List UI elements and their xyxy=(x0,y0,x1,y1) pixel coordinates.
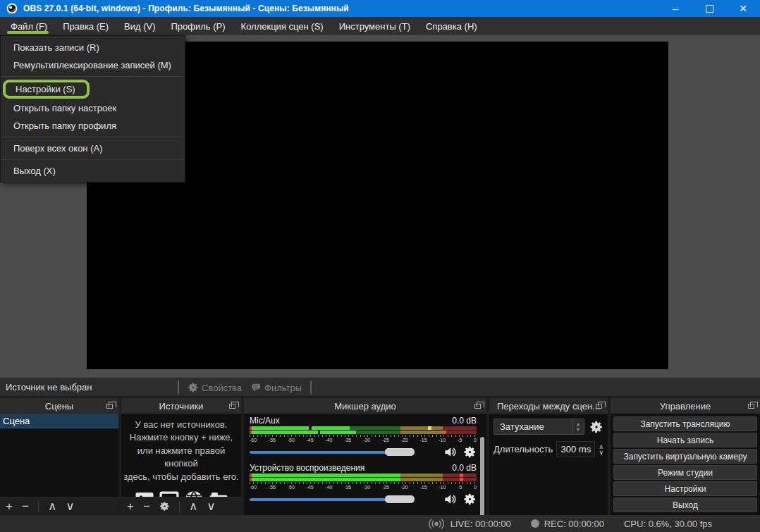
scenes-dock-title: Сцены xyxy=(45,401,73,412)
dock-float-icon[interactable] xyxy=(474,404,481,409)
speaker-icon[interactable] xyxy=(443,493,457,506)
scenes-dock: Сцены Сцена + − ∧ ∨ xyxy=(0,398,118,515)
volume-slider-handle[interactable] xyxy=(385,448,415,456)
add-scene-icon[interactable]: + xyxy=(6,500,13,512)
tick-label: -55 xyxy=(269,438,276,443)
tick-label: -15 xyxy=(419,485,427,490)
tick-label: -60 xyxy=(250,485,257,490)
menuitem-always-on-top[interactable]: Поверх всех окон (A) xyxy=(1,140,185,157)
menu-tools[interactable]: Инструменты (T) xyxy=(331,17,418,35)
menuitem-exit[interactable]: Выход (X) xyxy=(1,162,185,180)
transition-settings-gear-icon[interactable] xyxy=(589,420,603,434)
toolbar-separator xyxy=(310,381,312,395)
duration-label: Длительность xyxy=(494,444,553,454)
filters-label: Фильтры xyxy=(264,383,302,393)
mixer-scrollbar[interactable] xyxy=(480,437,484,515)
dock-float-icon[interactable] xyxy=(596,404,602,409)
dock-float-icon[interactable] xyxy=(106,404,113,409)
rec-time: REC: 00:00:00 xyxy=(544,519,604,529)
meter-ticks xyxy=(250,482,477,484)
menuitem-show-recordings[interactable]: Показать записи (R) xyxy=(1,39,185,56)
close-button[interactable]: ✕ xyxy=(726,0,760,17)
filters-button[interactable]: Фильтры xyxy=(250,382,302,393)
menu-help[interactable]: Справка (H) xyxy=(418,17,485,35)
channel-name: Mic/Aux xyxy=(250,416,280,426)
transitions-dock: Переходы между сцен... Затухание ∧∨ Длит… xyxy=(489,398,608,515)
control-button[interactable]: Настройки xyxy=(613,481,757,496)
controls-dock-header[interactable]: Управление xyxy=(611,398,760,414)
sources-dock-title: Источники xyxy=(159,401,204,412)
tick-label: -20 xyxy=(401,485,408,490)
settings-highlight-wrap: Настройки (S) xyxy=(1,79,185,99)
menuitem-open-settings-folder[interactable]: Открыть папку настроек xyxy=(1,99,185,117)
menu-file[interactable]: Файл (F) xyxy=(3,17,55,35)
menu-bar: Файл (F) Правка (E) Вид (V) Профиль (P) … xyxy=(0,17,760,35)
maximize-icon xyxy=(706,5,713,13)
menuitem-settings[interactable]: Настройки (S) xyxy=(3,80,90,99)
rec-status: REC: 00:00:00 xyxy=(531,519,604,529)
move-source-up-icon[interactable]: ∧ xyxy=(189,500,197,512)
source-properties-gear-icon[interactable] xyxy=(159,501,170,512)
minimize-button[interactable]: – xyxy=(658,0,692,17)
control-button[interactable]: Выход xyxy=(613,497,757,512)
menu-view[interactable]: Вид (V) xyxy=(116,17,163,35)
source-toolbar: Источник не выбран Свойства Фильтры xyxy=(0,378,760,396)
scenes-dock-header[interactable]: Сцены xyxy=(0,398,118,414)
transition-selected-value: Затухание xyxy=(500,421,544,432)
tick-label: -30 xyxy=(363,485,370,490)
sources-dock-header[interactable]: Источники xyxy=(121,398,241,414)
browser-source-icon xyxy=(183,489,204,497)
move-scene-down-icon[interactable]: ∨ xyxy=(66,500,74,512)
controls-dock: Управление Запустить трансляциюНачать за… xyxy=(611,398,760,515)
menuitem-remux-recordings[interactable]: Ремультиплексирование записей (M) xyxy=(1,56,185,74)
sources-empty-area[interactable]: У вас нет источников. Нажмите кнопку + н… xyxy=(121,414,241,497)
tick-label: -5 xyxy=(458,438,462,443)
control-button[interactable]: Начать запись xyxy=(613,433,757,447)
tick-label: -55 xyxy=(269,485,276,490)
volume-slider[interactable] xyxy=(250,447,437,457)
control-button[interactable]: Режим студии xyxy=(613,465,757,480)
menu-profile[interactable]: Профиль (P) xyxy=(164,17,233,35)
transitions-body: Затухание ∧∨ Длительность 300 ms ∧∨ xyxy=(489,414,608,515)
status-bar: LIVE: 00:00:00 REC: 00:00:00 CPU: 0.6%, … xyxy=(0,515,760,532)
volume-slider[interactable] xyxy=(250,495,437,504)
move-scene-up-icon[interactable]: ∧ xyxy=(48,500,56,512)
menu-separator xyxy=(1,159,184,160)
remove-source-icon[interactable]: − xyxy=(143,500,150,512)
volume-slider-fill xyxy=(250,451,396,454)
speaker-icon[interactable] xyxy=(443,445,457,459)
mixer-dock-header[interactable]: Микшер аудио xyxy=(244,398,486,414)
spinbox-arrows-icon[interactable]: ∧∨ xyxy=(599,444,603,455)
filter-icon xyxy=(250,382,262,393)
channel-level: 0.0 dB xyxy=(452,416,477,426)
volume-slider-fill xyxy=(250,498,396,501)
menu-separator xyxy=(1,137,184,137)
control-button[interactable]: Запустить виртуальную камеру xyxy=(613,449,757,464)
menuitem-open-profile-folder[interactable]: Открыть папку профиля xyxy=(1,117,185,135)
properties-button[interactable]: Свойства xyxy=(188,382,242,393)
add-source-icon[interactable]: + xyxy=(127,500,134,512)
tick-label: -40 xyxy=(325,438,332,443)
channel-settings-gear-icon[interactable] xyxy=(463,445,477,459)
remove-scene-icon[interactable]: − xyxy=(22,500,29,512)
maximize-button[interactable] xyxy=(692,0,726,17)
dock-float-icon[interactable] xyxy=(229,404,235,409)
toolbar-separator xyxy=(178,381,179,395)
channel-settings-gear-icon[interactable] xyxy=(463,493,477,506)
move-source-down-icon[interactable]: ∨ xyxy=(207,500,215,512)
dock-area: Сцены Сцена + − ∧ ∨ Источники У вас нет … xyxy=(0,396,760,515)
dock-float-icon[interactable] xyxy=(748,404,754,409)
volume-slider-handle[interactable] xyxy=(385,495,415,503)
channel-level: 0.0 dB xyxy=(452,463,477,473)
menu-edit[interactable]: Правка (E) xyxy=(55,17,116,35)
live-status: LIVE: 00:00:00 xyxy=(427,519,511,529)
scenes-toolbar: + − ∧ ∨ xyxy=(0,497,118,515)
tick-label: -5 xyxy=(458,485,462,490)
meter-ticks xyxy=(250,435,477,437)
menu-scene-collection[interactable]: Коллекция сцен (S) xyxy=(233,17,331,35)
control-button[interactable]: Запустить трансляцию xyxy=(613,416,757,431)
transitions-dock-header[interactable]: Переходы между сцен... xyxy=(489,398,608,414)
duration-spinbox[interactable]: 300 ms xyxy=(556,441,595,457)
scene-list-item[interactable]: Сцена xyxy=(0,414,118,428)
transition-select[interactable]: Затухание ∧∨ xyxy=(494,419,584,435)
